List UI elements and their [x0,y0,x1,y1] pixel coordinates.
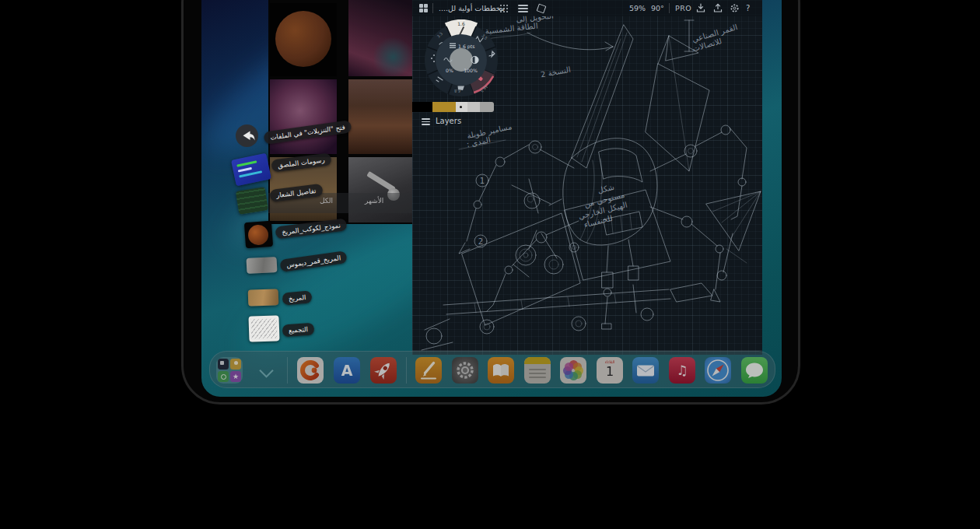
dock-app-messages[interactable] [741,357,768,384]
shape-guide-icon[interactable] [537,4,547,14]
concepts-toolbar: مخططات أولية لل.... 59% 90° PRO ? [412,0,762,16]
calendar-day: 1 [597,364,623,379]
opacity-min-label: 0% [446,68,453,73]
rocket-icon [370,357,397,384]
gear-icon [452,357,478,384]
photos-tab-all[interactable]: الكل [320,197,333,205]
dock-app-concepts[interactable] [297,357,324,384]
pen-icon [415,357,442,384]
chevron-down-icon[interactable] [259,363,273,377]
swatch-gray[interactable] [480,102,494,112]
share-icon[interactable] [713,3,723,13]
dock-app-rocket[interactable] [370,357,397,384]
settings-gear-icon[interactable] [730,3,740,13]
help-button[interactable]: ? [746,4,750,12]
zoom-level[interactable]: 59% [629,4,646,12]
layers-icon [422,118,430,127]
notes-yellow-strip [524,357,551,364]
pro-badge[interactable]: PRO [675,4,691,12]
annotation-version: النسخة 2 [540,65,571,79]
photo-mars-dunes[interactable] [348,79,412,154]
dock-app-books[interactable] [488,357,514,384]
dock-app-appstore[interactable]: A [334,357,360,384]
objects-grid-icon[interactable] [500,5,502,6]
import-icon[interactable] [696,3,705,13]
circled-number-1: 1 [480,177,485,185]
ipad-screen: الكل الأشهر [201,0,782,397]
dock: ★ A [209,351,775,388]
concepts-window[interactable]: 1 2 [412,0,762,355]
dock-app-music[interactable]: ♫ [669,357,695,384]
photos-tab-months[interactable]: الأشهر [365,197,383,205]
annotations: التحويل إلى الطاقة الشمسية النسخة 2 القم… [466,16,739,229]
dock-app-settings[interactable] [452,357,478,384]
opacity-max-label: 100% [464,68,478,73]
camera-mini-icon [218,359,229,370]
dock-app-photos[interactable] [560,357,586,384]
concepts-c-icon [297,357,324,384]
selected-size-label: 1.6 [457,21,465,26]
tool-wheel[interactable]: 3.3 3.5 16.5 6.8 1.6 1.6 pts 0% 100% [421,19,502,100]
info-mini-icon [218,371,229,382]
robot-sketch-main [459,25,747,329]
dock-divider [406,357,407,384]
dock-app-mail[interactable] [632,357,659,384]
rotation-value[interactable]: 90° [651,4,664,12]
photo-orion-nebula[interactable] [270,79,337,154]
dock-app-calendar[interactable]: الثلاثاء 1 [597,357,623,384]
lightbulb-mini-icon [230,359,241,370]
stacked-rows-icon[interactable] [518,5,528,14]
swatch-mid-gray[interactable] [467,102,480,112]
toolbar-divider [669,3,670,13]
dock-widget-folder[interactable]: ★ [216,357,243,384]
open-book-icon [488,357,514,384]
dock-divider [287,357,288,384]
photo-mars-globe[interactable] [270,3,337,76]
toolbar-divider [432,3,433,13]
dock-app-notes[interactable] [524,357,551,384]
star-mini-icon: ★ [230,371,241,382]
photo-horsehead-nebula[interactable] [348,0,412,76]
envelope-icon [632,357,659,384]
speech-bubble-icon [741,357,768,384]
dock-app-safari[interactable] [705,357,731,384]
circled-number-2: 2 [478,237,483,246]
layers-label: Layers [436,117,461,125]
swatch-gold[interactable] [432,102,456,112]
segment-size-bottom: 6.8 [454,89,460,93]
gallery-icon[interactable] [419,4,428,12]
mars-globe-image [275,11,331,67]
photos-tab-bar: الكل الأشهر [268,193,412,213]
screenshot-stage: الكل الأشهر [0,0,980,529]
dock-app-drawing[interactable] [415,357,442,384]
photos-window: الكل الأشهر [268,0,412,224]
compass-icon [705,357,731,384]
document-title[interactable]: مخططات أولية لل.... [439,4,505,12]
selected-swatch-dot [460,106,462,108]
swatch-black[interactable] [412,102,432,112]
